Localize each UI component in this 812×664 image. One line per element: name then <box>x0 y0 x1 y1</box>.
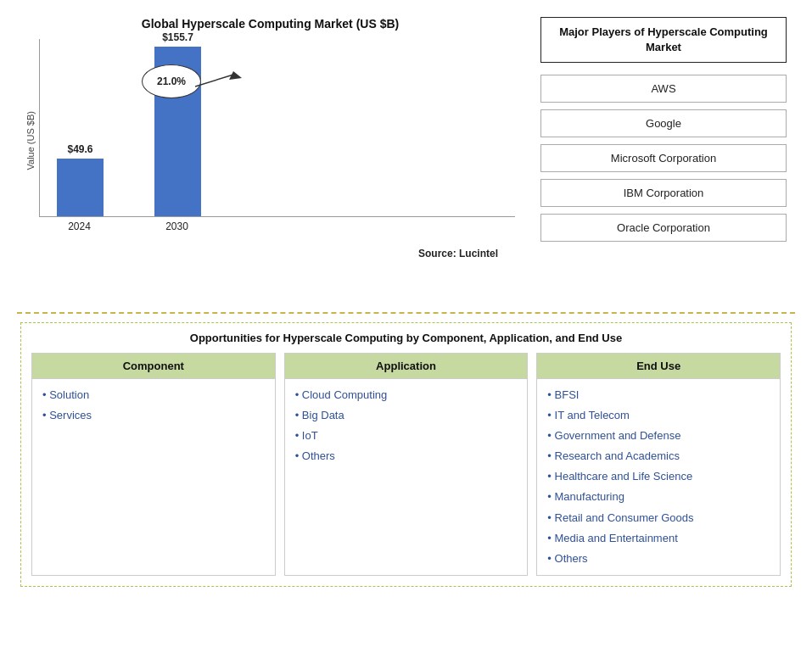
application-column: Application Cloud Computing Big Data IoT… <box>284 353 529 576</box>
chart-title: Global Hyperscale Computing Market (US $… <box>142 17 399 31</box>
enduse-column: End Use BFSI IT and Telecom Government a… <box>536 353 781 576</box>
application-item-2: IoT <box>295 427 521 445</box>
component-header: Component <box>32 354 275 379</box>
enduse-item-0: BFSI <box>547 386 773 405</box>
enduse-item-1: IT and Telecom <box>547 406 773 425</box>
columns-container: Component Solution Services Application … <box>31 353 781 576</box>
cagr-value: 21.0% <box>157 75 186 87</box>
source-label: Source: Lucintel <box>25 248 515 259</box>
main-container: Global Hyperscale Computing Market (US $… <box>0 0 812 595</box>
player-oracle: Oracle Corporation <box>540 214 787 242</box>
component-item-1: Services <box>42 406 268 425</box>
y-axis-label: Value (US $B) <box>25 111 36 170</box>
x-label-2024: 2024 <box>56 220 103 232</box>
bar-value-2024: $49.6 <box>67 143 92 155</box>
chart-area: Value (US $B) 21.0% <box>25 39 515 243</box>
top-section: Global Hyperscale Computing Market (US $… <box>17 8 795 314</box>
player-google: Google <box>540 109 787 137</box>
component-item-0: Solution <box>42 386 268 405</box>
bottom-section: Opportunities for Hyperscale Computing b… <box>20 322 792 587</box>
player-microsoft: Microsoft Corporation <box>540 144 787 172</box>
enduse-item-8: Others <box>547 550 773 568</box>
player-aws: AWS <box>540 75 787 103</box>
svg-line-0 <box>195 75 233 86</box>
bar-group-2030: $155.7 <box>154 31 201 216</box>
enduse-item-5: Manufacturing <box>547 488 773 506</box>
application-header: Application <box>285 354 528 379</box>
application-body: Cloud Computing Big Data IoT Others <box>285 379 528 575</box>
component-body: Solution Services <box>32 379 275 575</box>
bottom-title: Opportunities for Hyperscale Computing b… <box>31 332 781 344</box>
application-item-1: Big Data <box>295 406 521 425</box>
cagr-arrow-icon <box>195 71 242 90</box>
component-column: Component Solution Services <box>31 353 276 576</box>
enduse-header: End Use <box>537 354 780 379</box>
bar-value-2030: $155.7 <box>162 31 193 43</box>
cagr-annotation: 21.0% <box>142 64 201 98</box>
players-title: Major Players of Hyperscale Computing Ma… <box>540 17 787 63</box>
bar-2024 <box>57 159 104 216</box>
x-labels: 2024 2030 <box>39 217 515 232</box>
bars-area: 21.0% $49.6 <box>39 39 515 243</box>
enduse-body: BFSI IT and Telecom Government and Defen… <box>537 379 780 575</box>
bar-group-2024: $49.6 <box>57 143 104 216</box>
application-item-3: Others <box>295 447 521 466</box>
application-item-0: Cloud Computing <box>295 386 521 405</box>
x-label-2030: 2030 <box>154 220 200 232</box>
enduse-item-2: Government and Defense <box>547 427 773 445</box>
player-ibm: IBM Corporation <box>540 179 787 207</box>
enduse-item-4: Healthcare and Life Science <box>547 467 773 486</box>
cagr-circle: 21.0% <box>142 64 201 98</box>
enduse-item-6: Retail and Consumer Goods <box>547 509 773 527</box>
enduse-item-3: Research and Academics <box>547 447 773 466</box>
chart-container: Global Hyperscale Computing Market (US $… <box>17 8 524 304</box>
bars-inner: 21.0% $49.6 <box>39 39 515 217</box>
players-container: Major Players of Hyperscale Computing Ma… <box>532 8 795 304</box>
enduse-item-7: Media and Entertainment <box>547 529 773 548</box>
